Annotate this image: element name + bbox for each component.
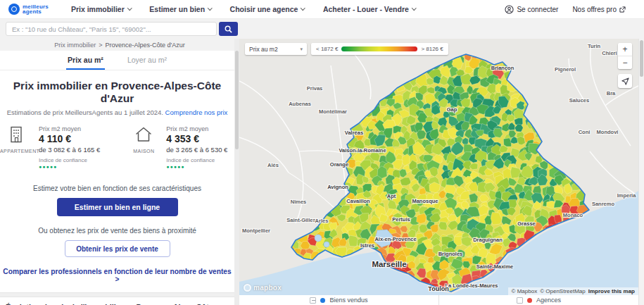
sold-properties-legend[interactable]: Biens vendus: [239, 295, 438, 305]
map-attribution: © Mapbox © OpenStreetMap Improve this ma…: [508, 287, 638, 295]
breadcrumb-current: Provence-Alpes-Côte d'Azur: [106, 42, 185, 49]
apartment-type-label: APPARTEMENT: [0, 149, 32, 154]
brand-name-line2: agents: [23, 9, 49, 15]
apartment-price-info: Prix m2 moyen 4 110 € de 3 082 € à 6 165…: [39, 125, 107, 170]
price-panel: Prix au m² Loyer au m² Prix immobilier e…: [0, 51, 234, 305]
page-scrollbar-thumb[interactable]: [640, 40, 643, 77]
price-tabs: Prix au m² Loyer au m²: [0, 51, 234, 70]
attrib-mapbox-link[interactable]: © Mapbox: [512, 288, 538, 294]
geolocate-button[interactable]: [618, 74, 632, 88]
nav-prix-immobilier[interactable]: Prix immobilier: [71, 5, 131, 13]
legend-max-label: > 8126 €: [421, 46, 443, 52]
improve-map-link[interactable]: Improve this map: [588, 288, 635, 294]
nav-item-label: Choisir une agence: [230, 5, 298, 13]
pro-offers-link[interactable]: Nos offres pro: [572, 6, 626, 13]
get-sale-prices-button[interactable]: Obtenir les prix de vente: [65, 240, 170, 257]
price-label: Prix m2 moyen: [39, 125, 107, 132]
house-average-price: 4 353 €: [166, 133, 234, 144]
brand-logo[interactable]: meilleurs agents: [8, 4, 49, 15]
nav-estimer-un-bien[interactable]: Estimer un bien: [149, 5, 211, 13]
chevron-down-icon: ▾: [300, 46, 303, 52]
search-button[interactable]: [219, 22, 238, 36]
nav-choisir-une-agence[interactable]: Choisir une agence: [230, 5, 305, 13]
map-filter-value: Prix au m2: [249, 46, 278, 53]
attrib-osm-link[interactable]: © OpenStreetMap: [540, 288, 586, 294]
price-label: Prix m2 moyen: [166, 125, 234, 132]
house-type-label: MAISON: [128, 149, 160, 154]
breadcrumb-parent[interactable]: Prix immobilier: [54, 42, 96, 49]
agencies-checkbox[interactable]: [517, 297, 523, 304]
brand-logo-icon: [8, 4, 20, 15]
legend-min-label: < 1872 €: [316, 46, 338, 52]
user-icon: [505, 5, 514, 14]
mapbox-logo[interactable]: mapbox: [244, 284, 282, 292]
confidence-dots: ●●●●●: [166, 164, 184, 169]
section-divider: [0, 292, 234, 297]
navigation-arrow-icon: [621, 77, 629, 85]
search-input[interactable]: [6, 22, 217, 36]
agencies-label: Agences: [536, 297, 561, 304]
evolution-section-title: Évolution du prix de l'immobilier en Pro…: [0, 297, 234, 305]
understand-prices-link[interactable]: Comprendre nos prix: [165, 108, 228, 116]
login-button[interactable]: Se connecter: [505, 5, 558, 14]
tab-prix-au-m2[interactable]: Prix au m²: [66, 56, 105, 70]
zoom-in-button[interactable]: +: [618, 43, 632, 56]
pro-offers-label: Nos offres pro: [572, 6, 617, 13]
login-label: Se connecter: [517, 6, 558, 13]
house-icon: [134, 125, 153, 144]
house-icon-block: MAISON: [128, 125, 160, 170]
nav-item-label: Prix immobilier: [71, 5, 125, 13]
chevron-down-icon: [301, 6, 305, 10]
agencies-legend[interactable]: Agences: [439, 295, 638, 305]
price-cards: APPARTEMENT Prix m2 moyen 4 110 € de 3 0…: [0, 125, 234, 170]
nav-acheter-louer-vendre[interactable]: Acheter - Louer - Vendre: [323, 5, 415, 13]
nav-item-label: Acheter - Louer - Vendre: [323, 5, 409, 13]
nav-right: Se connecter Nos offres pro: [505, 5, 626, 14]
search-bar: [0, 19, 644, 39]
sold-properties-label: Biens vendus: [329, 297, 367, 304]
apartment-price-range: de 3 082 € à 6 165 €: [39, 146, 107, 154]
price-color-legend: < 1872 € > 8126 €: [311, 43, 448, 55]
page-title: Prix immobilier en Provence-Alpes-Côte d…: [0, 80, 234, 105]
subtitle-text: Estimations de prix MeilleursAgents au 1…: [7, 108, 163, 116]
sidebar-scrollbar-thumb[interactable]: [235, 51, 239, 149]
sold-properties-checkbox[interactable]: [310, 297, 316, 304]
building-icon: [7, 125, 25, 144]
house-price-range: de 3 265 € à 6 530 €: [166, 146, 234, 154]
map-canvas[interactable]: PrivasAubenasMontélimarAlèsNîmesSaint-Gi…: [239, 39, 638, 295]
map-price-filter-dropdown[interactable]: Prix au m2 ▾: [245, 43, 307, 55]
chevron-down-icon: [127, 6, 132, 10]
tab-loyer-au-m2[interactable]: Loyer au m²: [126, 56, 168, 70]
estimate-helper-text: Estimez votre bien en fonction de ses ca…: [0, 185, 234, 192]
sold-properties-dot: [320, 298, 325, 303]
confidence-dots: ●●●●●: [39, 164, 57, 169]
house-confidence: Indice de confiance ●●●●●: [166, 157, 234, 170]
apartment-icon-block: APPARTEMENT: [0, 125, 32, 170]
sale-prices-helper-text: Ou obtenez les prix de vente des biens à…: [0, 227, 234, 235]
house-price-info: Prix m2 moyen 4 353 € de 3 265 € à 6 530…: [166, 125, 234, 170]
legend-gradient-bar: [341, 46, 417, 51]
breadcrumb[interactable]: Prix immobilier > Provence-Alpes-Côte d'…: [0, 39, 239, 51]
map-zoom-controls: + −: [618, 43, 632, 69]
external-link-icon: [619, 6, 626, 13]
page-scrollbar[interactable]: [638, 39, 644, 305]
apartment-average-price: 4 110 €: [39, 133, 107, 144]
confidence-label: Indice de confiance: [166, 157, 215, 163]
mapbox-wordmark: mapbox: [253, 284, 282, 292]
compare-professionals-link[interactable]: Comparer les professionnels en fonction …: [0, 268, 234, 283]
zoom-out-button[interactable]: −: [618, 56, 632, 69]
house-price-card: MAISON Prix m2 moyen 4 353 € de 3 265 € …: [128, 125, 235, 170]
mapbox-logo-icon: [244, 284, 251, 292]
confidence-label: Indice de confiance: [39, 157, 87, 163]
estimate-online-button[interactable]: Estimer un bien en ligne: [57, 198, 178, 216]
breadcrumb-separator: >: [99, 42, 102, 49]
top-navigation: meilleurs agents Prix immobilier Estimer…: [0, 0, 644, 19]
agencies-dot: [527, 298, 532, 303]
page-subtitle: Estimations de prix MeilleursAgents au 1…: [0, 108, 234, 116]
left-panel: Prix immobilier > Provence-Alpes-Côte d'…: [0, 39, 239, 305]
main-nav: Prix immobilier Estimer un bien Choisir …: [71, 5, 505, 13]
sidebar-scrollbar[interactable]: [234, 39, 239, 305]
choropleth-map: [239, 39, 638, 295]
apartment-price-card: APPARTEMENT Prix m2 moyen 4 110 € de 3 0…: [0, 125, 107, 170]
apartment-confidence: Indice de confiance ●●●●●: [39, 157, 107, 170]
